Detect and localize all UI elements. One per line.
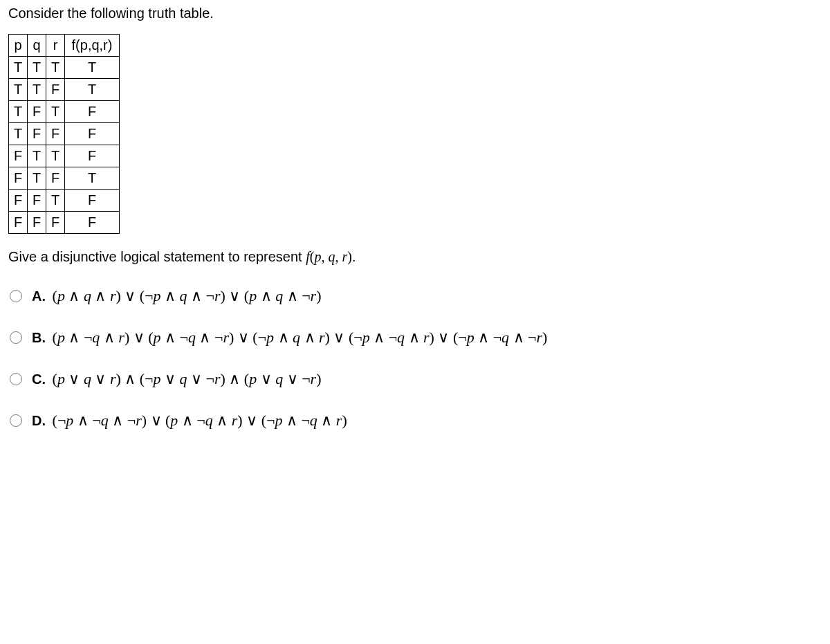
cell-p: F bbox=[9, 190, 28, 212]
cell-r: T bbox=[46, 145, 65, 167]
option-b[interactable]: B. (p ∧ ¬q ∧ r) ∨ (p ∧ ¬q ∧ ¬r) ∨ (¬p ∧ … bbox=[10, 329, 822, 347]
option-a-expr: (p ∧ q ∧ r) ∨ (¬p ∧ q ∧ ¬r) ∨ (p ∧ q ∧ ¬… bbox=[53, 287, 322, 304]
option-d-letter: D. bbox=[32, 413, 46, 428]
option-a[interactable]: A. (p ∧ q ∧ r) ∨ (¬p ∧ q ∧ ¬r) ∨ (p ∧ q … bbox=[10, 287, 822, 305]
table-row: F T T F bbox=[9, 145, 120, 167]
cell-f: F bbox=[65, 212, 120, 234]
options-group: A. (p ∧ q ∧ r) ∨ (¬p ∧ q ∧ ¬r) ∨ (p ∧ q … bbox=[8, 287, 822, 430]
prompt-func: f(p, q, r) bbox=[306, 249, 352, 264]
table-row: F T F T bbox=[9, 167, 120, 190]
truth-table: p q r f(p,q,r) T T T T T T F T T F T F T… bbox=[8, 34, 120, 234]
option-c-label: C. (p ∨ q ∨ r) ∧ (¬p ∨ q ∨ ¬r) ∧ (p ∨ q … bbox=[32, 370, 321, 388]
prompt-text: Give a disjunctive logical statement to … bbox=[8, 249, 822, 265]
cell-p: F bbox=[9, 145, 28, 167]
cell-q: F bbox=[28, 101, 46, 123]
option-d-radio[interactable] bbox=[10, 414, 22, 427]
cell-r: F bbox=[46, 167, 65, 190]
cell-p: T bbox=[9, 123, 28, 145]
cell-r: F bbox=[46, 123, 65, 145]
option-c-expr: (p ∨ q ∨ r) ∧ (¬p ∨ q ∨ ¬r) ∧ (p ∨ q ∨ ¬… bbox=[53, 370, 322, 387]
cell-r: T bbox=[46, 57, 65, 79]
option-b-label: B. (p ∧ ¬q ∧ r) ∨ (p ∧ ¬q ∧ ¬r) ∨ (¬p ∧ … bbox=[32, 329, 547, 347]
header-q: q bbox=[28, 35, 46, 57]
option-a-letter: A. bbox=[32, 288, 46, 304]
header-f: f(p,q,r) bbox=[65, 35, 120, 57]
prompt-prefix: Give a disjunctive logical statement to … bbox=[8, 249, 306, 264]
cell-r: F bbox=[46, 79, 65, 101]
cell-q: F bbox=[28, 190, 46, 212]
option-a-label: A. (p ∧ q ∧ r) ∨ (¬p ∧ q ∧ ¬r) ∨ (p ∧ q … bbox=[32, 287, 321, 305]
cell-f: F bbox=[65, 101, 120, 123]
cell-q: T bbox=[28, 167, 46, 190]
cell-p: T bbox=[9, 57, 28, 79]
cell-f: T bbox=[65, 79, 120, 101]
cell-f: F bbox=[65, 123, 120, 145]
cell-f: F bbox=[65, 145, 120, 167]
cell-p: F bbox=[9, 167, 28, 190]
table-row: F F F F bbox=[9, 212, 120, 234]
option-b-letter: B. bbox=[32, 330, 46, 345]
cell-q: T bbox=[28, 145, 46, 167]
option-d-label: D. (¬p ∧ ¬q ∧ ¬r) ∨ (p ∧ ¬q ∧ r) ∨ (¬p ∧… bbox=[32, 412, 347, 430]
cell-f: F bbox=[65, 190, 120, 212]
option-a-radio[interactable] bbox=[10, 290, 22, 302]
cell-r: T bbox=[46, 101, 65, 123]
intro-text: Consider the following truth table. bbox=[8, 6, 822, 21]
option-c-letter: C. bbox=[32, 371, 46, 387]
cell-q: F bbox=[28, 212, 46, 234]
cell-r: T bbox=[46, 190, 65, 212]
option-c[interactable]: C. (p ∨ q ∨ r) ∧ (¬p ∨ q ∨ ¬r) ∧ (p ∨ q … bbox=[10, 370, 822, 388]
table-row: F F T F bbox=[9, 190, 120, 212]
cell-q: T bbox=[28, 57, 46, 79]
header-p: p bbox=[9, 35, 28, 57]
cell-p: T bbox=[9, 101, 28, 123]
cell-q: T bbox=[28, 79, 46, 101]
option-b-radio[interactable] bbox=[10, 331, 22, 344]
table-row: T T T T bbox=[9, 57, 120, 79]
cell-r: F bbox=[46, 212, 65, 234]
table-header-row: p q r f(p,q,r) bbox=[9, 35, 120, 57]
prompt-suffix: . bbox=[352, 249, 356, 264]
option-d-expr: (¬p ∧ ¬q ∧ ¬r) ∨ (p ∧ ¬q ∧ r) ∨ (¬p ∧ ¬q… bbox=[53, 412, 347, 429]
cell-f: T bbox=[65, 57, 120, 79]
option-c-radio[interactable] bbox=[10, 373, 22, 385]
cell-f: T bbox=[65, 167, 120, 190]
header-r: r bbox=[46, 35, 65, 57]
cell-p: F bbox=[9, 212, 28, 234]
table-row: T T F T bbox=[9, 79, 120, 101]
table-row: T F T F bbox=[9, 101, 120, 123]
option-d[interactable]: D. (¬p ∧ ¬q ∧ ¬r) ∨ (p ∧ ¬q ∧ r) ∨ (¬p ∧… bbox=[10, 412, 822, 430]
option-b-expr: (p ∧ ¬q ∧ r) ∨ (p ∧ ¬q ∧ ¬r) ∨ (¬p ∧ q ∧… bbox=[53, 329, 548, 346]
cell-p: T bbox=[9, 79, 28, 101]
table-row: T F F F bbox=[9, 123, 120, 145]
cell-q: F bbox=[28, 123, 46, 145]
